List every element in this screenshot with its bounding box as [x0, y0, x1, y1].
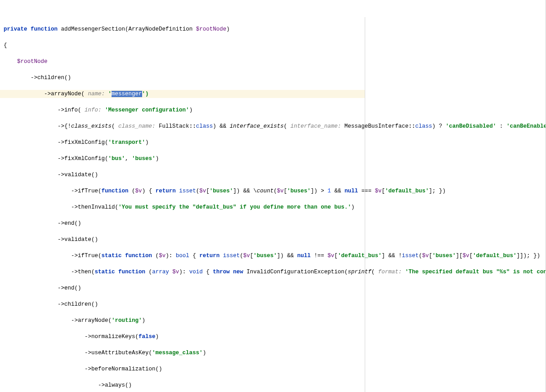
code-line: ->normalizeKeys(false) — [0, 333, 365, 341]
code-line: $rootNode — [0, 58, 365, 66]
code-line: ->beforeNormalization() — [0, 365, 365, 373]
editor-viewport: private function addMessengerSection(Arr… — [0, 17, 365, 392]
code-line: ->always() — [0, 381, 365, 389]
code-line: ->thenInvalid('You must specify the "def… — [0, 203, 365, 211]
code-line: ->end() — [0, 284, 365, 292]
code-line: ->ifTrue(static function ($v): bool { re… — [0, 252, 365, 260]
code-line-highlighted: ->arrayNode( name: 'messenger') — [0, 90, 365, 98]
text-selection: messenger — [112, 91, 142, 97]
code-line: ->end() — [0, 219, 365, 227]
code-line: private function addMessengerSection(Arr… — [0, 25, 365, 33]
code-line: ->validate() — [0, 236, 365, 244]
code-line: ->ifTrue(function ($v) { return isset($v… — [0, 187, 365, 195]
code-line: ->{!class_exists( class_name: FullStack:… — [0, 122, 365, 130]
code-line: { — [0, 41, 365, 49]
code-line: ->children() — [0, 74, 365, 82]
code-line: ->info( info: 'Messenger configuration') — [0, 106, 365, 114]
code-line: ->fixXmlConfig('bus', 'buses') — [0, 155, 365, 163]
code-line: ->then(static function (array $v): void … — [0, 268, 365, 276]
code-editor[interactable]: private function addMessengerSection(Arr… — [0, 0, 546, 392]
code-line: ->useAttributeAsKey('message_class') — [0, 349, 365, 357]
code-line: ->fixXmlConfig('transport') — [0, 138, 365, 147]
code-line: ->children() — [0, 300, 365, 308]
code-line: ->validate() — [0, 171, 365, 179]
code-line: ->arrayNode('routing') — [0, 316, 365, 325]
